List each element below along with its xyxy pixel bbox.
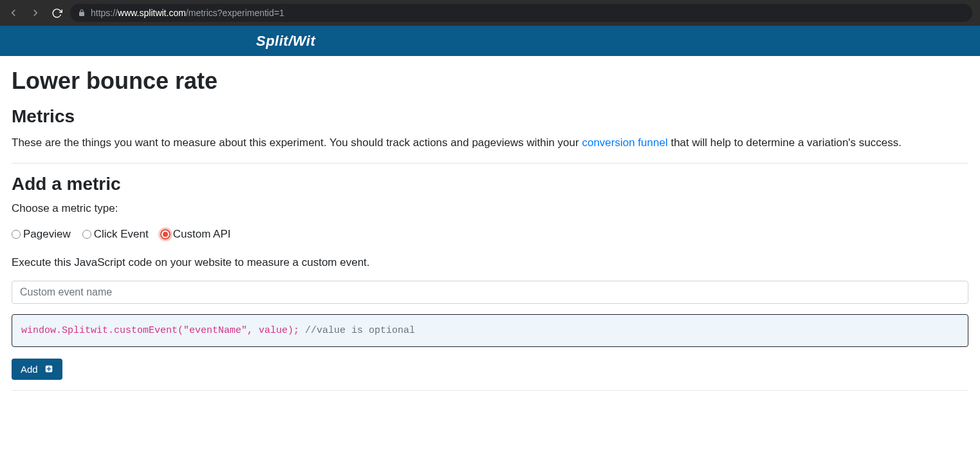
page-title: Lower bounce rate [12,68,968,95]
add-button[interactable]: Add [12,359,62,380]
radio-click-event[interactable]: Click Event [82,228,149,241]
radio-icon [82,230,91,239]
arrow-right-icon [30,7,41,19]
add-button-label: Add [21,364,38,375]
choose-type-label: Choose a metric type: [12,202,968,215]
custom-event-name-input[interactable] [12,281,968,304]
nav-controls [8,7,62,19]
url-text: https://www.splitwit.com/metrics?experim… [91,8,284,18]
radio-icon [12,230,21,239]
radio-custom-api[interactable]: Custom API [160,228,231,241]
divider [12,163,968,164]
plus-icon [44,364,53,373]
lock-icon [78,9,86,17]
metrics-description: These are the things you want to measure… [12,135,968,151]
arrow-left-icon [8,7,19,19]
back-button[interactable] [8,7,19,19]
forward-button[interactable] [30,7,41,19]
metric-type-radio-group: Pageview Click Event Custom API [12,228,968,241]
divider [12,390,968,391]
radio-label: Custom API [173,228,231,241]
radio-pageview[interactable]: Pageview [12,228,71,241]
code-snippet: window.Splitwit.customEvent("eventName",… [12,314,968,347]
radio-label: Click Event [94,228,149,241]
main-content: Lower bounce rate Metrics These are the … [0,56,980,413]
metrics-heading: Metrics [12,106,968,127]
radio-label: Pageview [23,228,71,241]
add-metric-heading: Add a metric [12,174,968,194]
app-header: Split/Wit [0,26,980,56]
url-bar[interactable]: https://www.splitwit.com/metrics?experim… [70,4,972,22]
instruction-text: Execute this JavaScript code on your web… [12,256,968,269]
browser-chrome: https://www.splitwit.com/metrics?experim… [0,0,980,26]
reload-icon [51,8,62,19]
reload-button[interactable] [51,8,62,19]
logo[interactable]: Split/Wit [256,33,315,50]
radio-icon-selected [160,229,171,239]
conversion-funnel-link[interactable]: conversion funnel [582,136,667,149]
